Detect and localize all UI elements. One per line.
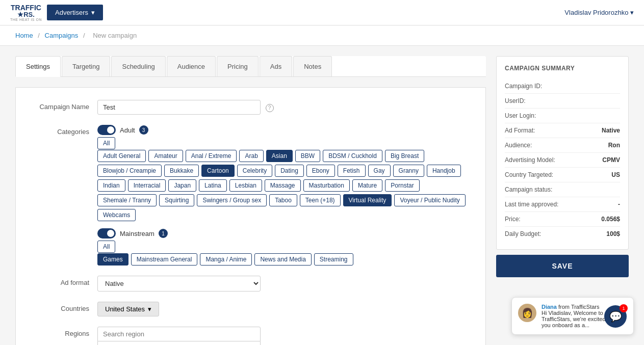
- countries-button[interactable]: United States ▾: [97, 302, 159, 316]
- adult-tag-adult-general[interactable]: Adult General: [97, 150, 146, 162]
- summary-row-label: Price:: [505, 216, 521, 223]
- tab-notes[interactable]: Notes: [293, 56, 332, 76]
- adult-tag-lesbian[interactable]: Lesbian: [229, 179, 262, 192]
- ad-format-select[interactable]: Native Banner Interstitial Push: [97, 276, 261, 291]
- tab-settings[interactable]: Settings: [15, 56, 61, 77]
- mainstream-all-tag[interactable]: All: [97, 241, 115, 253]
- campaign-name-row: Campaign Name ?: [26, 100, 475, 115]
- user-name: Vladislav Pridorozhko: [564, 9, 628, 16]
- adult-tag-dating[interactable]: Dating: [275, 165, 304, 177]
- chat-open-button[interactable]: 💬 1: [604, 305, 627, 328]
- tab-targeting[interactable]: Targeting: [62, 56, 110, 76]
- save-button[interactable]: SAVE: [496, 255, 629, 277]
- adult-tag-asian[interactable]: Asian: [266, 150, 293, 162]
- adult-tag-webcams[interactable]: Webcams: [97, 209, 136, 221]
- adult-tag-japan[interactable]: Japan: [168, 179, 196, 192]
- nav-left: TRAFFIC ★RS. THE HEAT IS ON Advertisers …: [10, 4, 103, 21]
- countries-content: United States ▾: [97, 302, 475, 316]
- adult-tag-pornstar[interactable]: Pornstar: [385, 179, 419, 192]
- summary-row-value: US: [611, 171, 620, 178]
- advertisers-button[interactable]: Advertisers ▾: [47, 5, 103, 20]
- mainstream-header: Mainstream 1: [97, 228, 475, 238]
- chat-avatar: 👩: [518, 304, 536, 322]
- adult-tag-interracial[interactable]: Interracial: [128, 179, 166, 192]
- ad-format-content: Native Banner Interstitial Push: [97, 276, 475, 291]
- mainstream-tag-games[interactable]: Games: [97, 253, 128, 266]
- campaign-name-input[interactable]: [97, 100, 261, 115]
- region-dropdown[interactable]: United States: [97, 341, 261, 345]
- region-select-wrap: United States: [97, 341, 261, 345]
- tabs-bar: Settings Targeting Scheduling Audience P…: [15, 56, 486, 77]
- mainstream-toggle[interactable]: [97, 228, 116, 238]
- logo-text: TRAFFIC ★RS. THE HEAT IS ON: [10, 4, 42, 21]
- adult-tag-fetish[interactable]: Fetish: [338, 165, 366, 177]
- adult-tag-granny[interactable]: Granny: [393, 165, 424, 177]
- adult-toggle-wrapper: Adult 3: [97, 125, 475, 135]
- mainstream-tag-manga--anime[interactable]: Manga / Anime: [200, 253, 252, 266]
- adult-tags-group: Adult GeneralAmateurAnal / ExtremeArabAs…: [97, 150, 475, 221]
- adult-tag-celebrity[interactable]: Celebrity: [237, 165, 272, 177]
- countries-label: Countries: [26, 302, 97, 312]
- adult-tag-virtual-reality[interactable]: Virtual Reality: [343, 194, 392, 206]
- ad-format-label: Ad format: [26, 276, 97, 286]
- right-panel: CAMPAIGN SUMMARY Campaign ID:UserID:User…: [496, 56, 629, 277]
- adult-tag-voyeur--public-nudity[interactable]: Voyeur / Public Nudity: [394, 194, 465, 206]
- adult-tag-swingers--group-sex[interactable]: Swingers / Group sex: [197, 194, 267, 206]
- adult-tag-mature[interactable]: Mature: [352, 179, 382, 192]
- summary-row-label: Daily Budget:: [505, 230, 541, 237]
- chat-button-area: 💬 1: [614, 315, 637, 338]
- user-menu[interactable]: Vladislav Pridorozhko ▾: [564, 9, 634, 16]
- tab-pricing[interactable]: Pricing: [217, 56, 259, 76]
- adult-toggle[interactable]: [97, 125, 116, 135]
- adult-tag-big-breast[interactable]: Big Breast: [385, 150, 424, 162]
- summary-row-label: User Login:: [505, 112, 536, 119]
- logo-sub: THE HEAT IS ON: [10, 18, 42, 21]
- chat-icon: 💬: [609, 310, 622, 323]
- mainstream-tag-news-and-media[interactable]: News and Media: [254, 253, 311, 266]
- adult-tag-latina[interactable]: Latina: [199, 179, 227, 192]
- breadcrumb-home[interactable]: Home: [15, 32, 33, 39]
- adult-tag-squirting[interactable]: Squirting: [159, 194, 194, 206]
- summary-row-label: Ad Format:: [505, 127, 535, 134]
- region-search-input[interactable]: [97, 327, 261, 341]
- adult-tag-shemale--tranny[interactable]: Shemale / Tranny: [97, 194, 157, 206]
- adult-tag-gay[interactable]: Gay: [368, 165, 391, 177]
- adult-tag-massage[interactable]: Massage: [265, 179, 301, 192]
- tab-audience[interactable]: Audience: [167, 56, 216, 76]
- adult-tag-handjob[interactable]: Handjob: [427, 165, 461, 177]
- adult-tag-bdsm--cuckhold[interactable]: BDSM / Cuckhold: [323, 150, 382, 162]
- adult-tag-masturbation[interactable]: Masturbation: [303, 179, 350, 192]
- summary-row-label: Country Targeted:: [505, 171, 553, 178]
- summary-row-label: Advertising Model:: [505, 156, 555, 164]
- adult-tag-cartoon[interactable]: Cartoon: [201, 165, 235, 177]
- summary-row: Daily Budget:100$: [505, 227, 620, 241]
- breadcrumb-campaigns[interactable]: Campaigns: [45, 32, 79, 39]
- countries-value: United States: [105, 305, 145, 313]
- breadcrumb-current: New campaign: [93, 32, 137, 39]
- regions-content: United States: [97, 327, 475, 345]
- mainstream-label: Mainstream: [120, 230, 154, 237]
- chat-agent-from: from TrafficStars: [558, 304, 599, 310]
- adult-tag-anal--extreme[interactable]: Anal / Extreme: [186, 150, 237, 162]
- top-nav: TRAFFIC ★RS. THE HEAT IS ON Advertisers …: [0, 0, 644, 25]
- adult-tag-taboo[interactable]: Taboo: [269, 194, 297, 206]
- adult-tag-blowjob--creampie[interactable]: Blowjob / Creampie: [97, 165, 162, 177]
- tab-scheduling[interactable]: Scheduling: [111, 56, 165, 76]
- adult-tag-teen-18[interactable]: Teen (+18): [300, 194, 341, 206]
- adult-tag-arab[interactable]: Arab: [239, 150, 263, 162]
- summary-row-value: 100$: [606, 230, 620, 237]
- adult-tag-bukkake[interactable]: Bukkake: [164, 165, 199, 177]
- adult-all-tag[interactable]: All: [97, 137, 115, 149]
- campaign-name-help-icon[interactable]: ?: [266, 104, 274, 112]
- mainstream-tag-mainstream-general[interactable]: Mainstream General: [131, 253, 198, 266]
- adult-tag-ebony[interactable]: Ebony: [306, 165, 335, 177]
- adult-tag-bbw[interactable]: BBW: [295, 150, 320, 162]
- mainstream-tag-streaming[interactable]: Streaming: [314, 253, 353, 266]
- logo-line2: ★RS.: [10, 11, 42, 18]
- tab-ads[interactable]: Ads: [260, 56, 292, 76]
- summary-rows: Campaign ID:UserID:User Login:Ad Format:…: [505, 79, 620, 241]
- summary-row-value: -: [618, 201, 620, 208]
- summary-row-label: Campaign ID:: [505, 83, 542, 90]
- adult-tag-amateur[interactable]: Amateur: [148, 150, 183, 162]
- adult-tag-indian[interactable]: Indian: [97, 179, 125, 192]
